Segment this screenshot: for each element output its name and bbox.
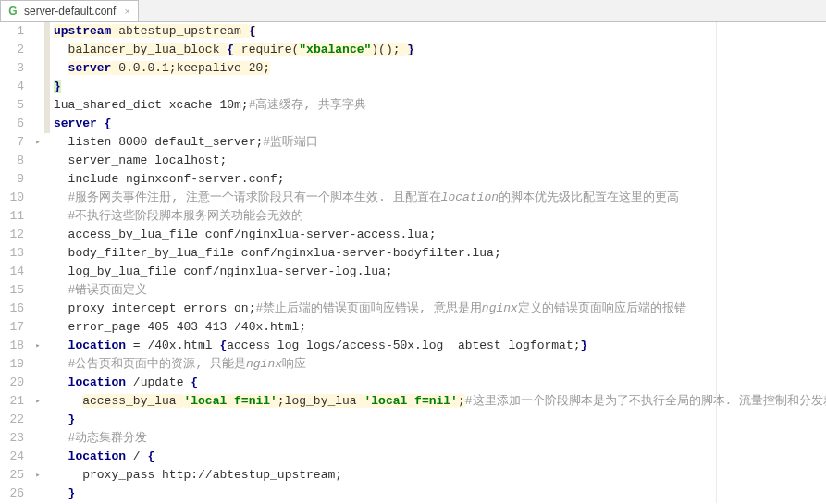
code-line[interactable]: upstream abtestup_upstream { (54, 22, 826, 41)
fold-toggle (31, 226, 44, 244)
line-number: 15 (0, 281, 24, 300)
fold-toggle (31, 448, 44, 466)
fold-toggle (31, 170, 44, 189)
code-line[interactable]: #服务网关事件注册, 注意一个请求阶段只有一个脚本生效. 且配置在locatio… (54, 189, 826, 207)
code-line[interactable]: log_by_lua_file conf/nginxlua-server-log… (54, 263, 826, 281)
line-number: 23 (0, 429, 24, 448)
code-line[interactable]: listen 8000 default_server;#监听端口 (54, 133, 826, 152)
line-number: 18 (0, 337, 24, 355)
line-number: 25 (0, 466, 24, 485)
line-number: 2 (0, 41, 24, 59)
fold-toggle (31, 355, 44, 374)
fold-toggle (31, 244, 44, 263)
code-area[interactable]: upstream abtestup_upstream { balancer_by… (50, 22, 826, 503)
line-number: 9 (0, 170, 24, 189)
line-number-gutter: 1234567891011121314151617181920212223242… (0, 22, 31, 503)
code-line[interactable]: lua_shared_dict xcache 10m;#高速缓存, 共享字典 (54, 96, 826, 115)
code-line[interactable]: } (54, 411, 826, 429)
line-number: 19 (0, 355, 24, 374)
fold-column[interactable]: ▸▸▸▸▸ (31, 22, 44, 503)
code-line[interactable]: #动态集群分发 (54, 429, 826, 448)
code-line[interactable]: #公告页和页面中的资源, 只能是nginx响应 (54, 355, 826, 374)
line-number: 21 (0, 392, 24, 411)
fold-toggle (31, 300, 44, 318)
code-editor[interactable]: 1234567891011121314151617181920212223242… (0, 22, 826, 503)
fold-toggle[interactable]: ▸ (31, 392, 44, 411)
code-line[interactable]: } (54, 485, 826, 503)
line-number: 14 (0, 263, 24, 281)
code-line[interactable]: proxy_intercept_errors on;#禁止后端的错误页面响应错误… (54, 300, 826, 318)
code-line[interactable]: include nginxconf-server.conf; (54, 170, 826, 189)
code-line[interactable]: balancer_by_lua_block { require("xbalanc… (54, 41, 826, 59)
code-line[interactable]: location /update { (54, 374, 826, 392)
code-line[interactable]: server { (54, 115, 826, 133)
fold-toggle (31, 318, 44, 337)
fold-toggle (31, 263, 44, 281)
fold-toggle (31, 189, 44, 207)
line-number: 12 (0, 226, 24, 244)
fold-toggle[interactable]: ▸ (31, 466, 44, 485)
code-line[interactable]: } (54, 78, 826, 96)
line-number: 20 (0, 374, 24, 392)
line-number: 17 (0, 318, 24, 337)
nginx-file-icon: G (6, 5, 19, 18)
code-line[interactable]: access_by_lua 'local f=nil';log_by_lua '… (54, 392, 826, 411)
fold-toggle (31, 411, 44, 429)
line-number: 13 (0, 244, 24, 263)
code-line[interactable]: error_page 405 403 413 /40x.html; (54, 318, 826, 337)
fold-toggle (31, 281, 44, 300)
line-number: 26 (0, 485, 24, 503)
code-line[interactable]: #错误页面定义 (54, 281, 826, 300)
line-number: 10 (0, 189, 24, 207)
close-icon[interactable]: × (124, 6, 129, 17)
line-number: 5 (0, 96, 24, 115)
code-line[interactable]: server 0.0.0.1;keepalive 20; (54, 59, 826, 78)
line-number: 8 (0, 152, 24, 170)
fold-toggle (31, 59, 44, 78)
code-line[interactable]: body_filter_by_lua_file conf/nginxlua-se… (54, 244, 826, 263)
fold-toggle[interactable]: ▸ (31, 133, 44, 152)
line-number: 24 (0, 448, 24, 466)
fold-toggle (31, 22, 44, 41)
fold-toggle (31, 429, 44, 448)
fold-toggle (31, 152, 44, 170)
fold-toggle (31, 485, 44, 503)
fold-toggle (31, 41, 44, 59)
code-line[interactable]: server_name localhost; (54, 152, 826, 170)
line-number: 22 (0, 411, 24, 429)
right-margin-guide (716, 22, 717, 503)
line-number: 4 (0, 78, 24, 96)
code-line[interactable]: location = /40x.html {access_log logs/ac… (54, 337, 826, 355)
fold-toggle (31, 207, 44, 226)
line-number: 16 (0, 300, 24, 318)
fold-toggle (31, 78, 44, 96)
code-line[interactable]: access_by_lua_file conf/nginxlua-server-… (54, 226, 826, 244)
line-number: 1 (0, 22, 24, 41)
line-number: 11 (0, 207, 24, 226)
line-number: 3 (0, 59, 24, 78)
tab-bar: G server-default.conf × (0, 0, 826, 22)
code-line[interactable]: proxy_pass http://abtestup_upstream; (54, 466, 826, 485)
fold-toggle (31, 374, 44, 392)
fold-toggle (31, 115, 44, 133)
file-tab[interactable]: G server-default.conf × (0, 0, 139, 21)
code-line[interactable]: #不执行这些阶段脚本服务网关功能会无效的 (54, 207, 826, 226)
tab-title: server-default.conf (24, 5, 116, 18)
code-line[interactable]: location / { (54, 448, 826, 466)
line-number: 6 (0, 115, 24, 133)
fold-toggle[interactable]: ▸ (31, 337, 44, 355)
line-number: 7 (0, 133, 24, 152)
fold-toggle (31, 96, 44, 115)
